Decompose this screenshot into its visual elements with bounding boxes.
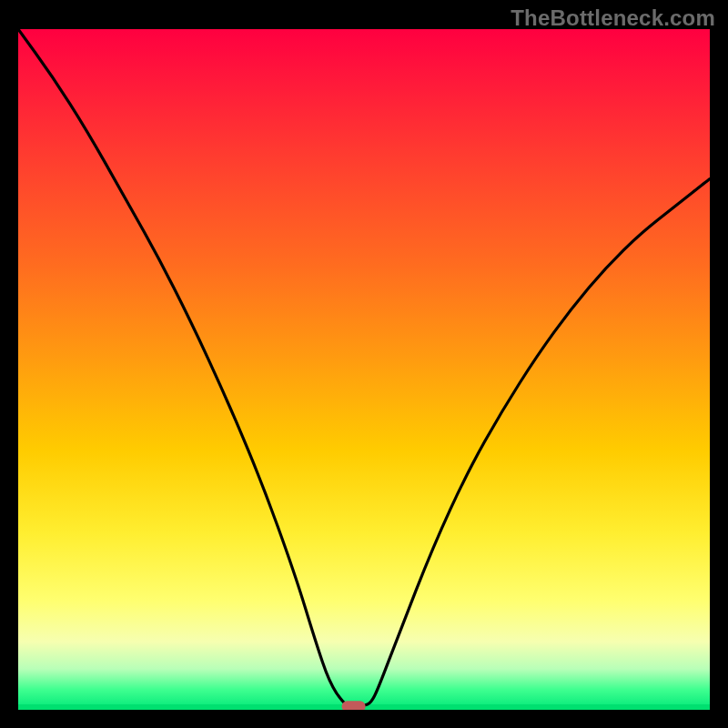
bottleneck-curve: [18, 29, 710, 706]
watermark-text: TheBottleneck.com: [511, 5, 715, 31]
chart-container: TheBottleneck.com: [0, 0, 728, 728]
plot-svg: [18, 29, 710, 710]
plot-area: [18, 29, 710, 710]
optimum-marker: [342, 701, 366, 710]
